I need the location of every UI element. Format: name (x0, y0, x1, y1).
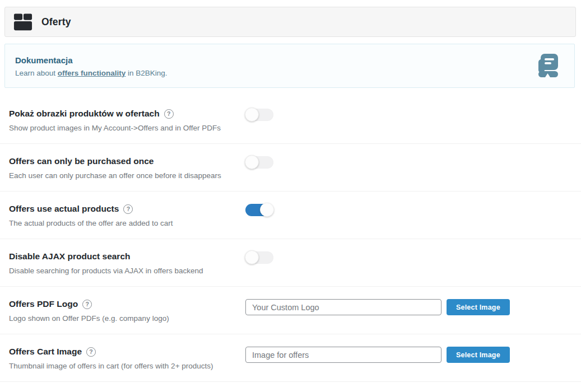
setting-row-2: Offers use actual products ? The actual … (0, 192, 581, 239)
setting-description: Logo shown on Offer PDFs (e.g. company l… (9, 314, 234, 323)
help-icon[interactable]: ? (82, 300, 92, 309)
offers-functionality-link[interactable]: offers functionality (58, 69, 126, 77)
help-icon[interactable]: ? (123, 204, 133, 214)
setting-text-block: Pokaż obrazki produktów w ofertach ? Sho… (9, 108, 245, 133)
setting-title: Pokaż obrazki produktów w ofertach (9, 108, 160, 119)
toggle-knob (245, 250, 259, 264)
page-header: Oferty (4, 7, 576, 37)
setting-control (245, 109, 273, 121)
setting-description: Show product images in My Account->Offer… (9, 123, 234, 133)
docs-text-prefix: Learn about (15, 69, 58, 77)
setting-control: Select Image (245, 299, 510, 315)
setting-title: Offers PDF Logo (9, 298, 78, 310)
documentation-text-block: Dokumentacja Learn about offers function… (15, 55, 168, 77)
setting-row-1: Offers can only be purchased once Each u… (0, 144, 581, 192)
documentation-panel: Dokumentacja Learn about offers function… (4, 44, 575, 88)
setting-control (245, 204, 273, 216)
offers-settings-page: Oferty Dokumentacja Learn about offers f… (0, 0, 581, 382)
setting-text-block: Offers can only be purchased once Each u… (9, 156, 245, 180)
setting-text-block: Offers use actual products ? The actual … (9, 203, 245, 228)
toggle-knob (245, 108, 259, 122)
setting-description: Thumbnail image of offers in cart (for o… (9, 361, 234, 371)
page-title: Oferty (41, 16, 71, 28)
toggle-switch[interactable] (245, 109, 273, 121)
image-url-input[interactable] (245, 347, 441, 363)
book-icon (537, 54, 559, 78)
setting-row-4: Offers PDF Logo ? Logo shown on Offer PD… (0, 287, 581, 334)
setting-row-0: Pokaż obrazki produktów w ofertach ? Sho… (0, 96, 581, 144)
setting-title: Disable AJAX product search (9, 251, 131, 262)
setting-text-block: Offers PDF Logo ? Logo shown on Offer PD… (9, 298, 245, 323)
setting-title: Offers use actual products (9, 203, 119, 214)
setting-title-line: Pokaż obrazki produktów w ofertach ? (9, 108, 234, 119)
help-icon[interactable]: ? (164, 109, 174, 119)
offers-box-icon (13, 13, 32, 31)
select-image-button[interactable]: Select Image (447, 347, 510, 363)
image-url-input[interactable] (245, 299, 441, 315)
setting-description: The actual products of the offer are add… (9, 218, 234, 228)
setting-title: Offers can only be purchased once (9, 156, 154, 167)
setting-title-line: Disable AJAX product search (9, 251, 234, 262)
setting-description: Each user can only purchase an offer onc… (9, 171, 234, 180)
documentation-title: Dokumentacja (15, 55, 168, 65)
setting-control (245, 251, 273, 264)
setting-control: Select Image (245, 347, 510, 363)
setting-row-5: Offers Cart Image ? Thumbnail image of o… (0, 334, 581, 382)
toggle-knob (260, 203, 274, 217)
docs-text-suffix: in B2BKing. (126, 69, 167, 77)
toggle-knob (245, 155, 259, 169)
setting-description: Disable searching for products via AJAX … (9, 266, 234, 276)
help-icon[interactable]: ? (86, 347, 96, 357)
setting-title-line: Offers can only be purchased once (9, 156, 234, 167)
settings-list: Pokaż obrazki produktów w ofertach ? Sho… (0, 96, 581, 382)
setting-title-line: Offers PDF Logo ? (9, 298, 234, 310)
select-image-button[interactable]: Select Image (447, 299, 510, 315)
setting-control (245, 156, 273, 169)
documentation-description: Learn about offers functionality in B2BK… (15, 69, 168, 77)
toggle-switch[interactable] (245, 156, 273, 169)
setting-title: Offers Cart Image (9, 346, 82, 357)
toggle-switch[interactable] (245, 204, 273, 216)
setting-row-3: Disable AJAX product search Disable sear… (0, 239, 581, 287)
setting-text-block: Disable AJAX product search Disable sear… (9, 251, 245, 276)
setting-text-block: Offers Cart Image ? Thumbnail image of o… (9, 346, 245, 371)
toggle-switch[interactable] (245, 251, 273, 264)
setting-title-line: Offers Cart Image ? (9, 346, 234, 357)
setting-title-line: Offers use actual products ? (9, 203, 234, 214)
